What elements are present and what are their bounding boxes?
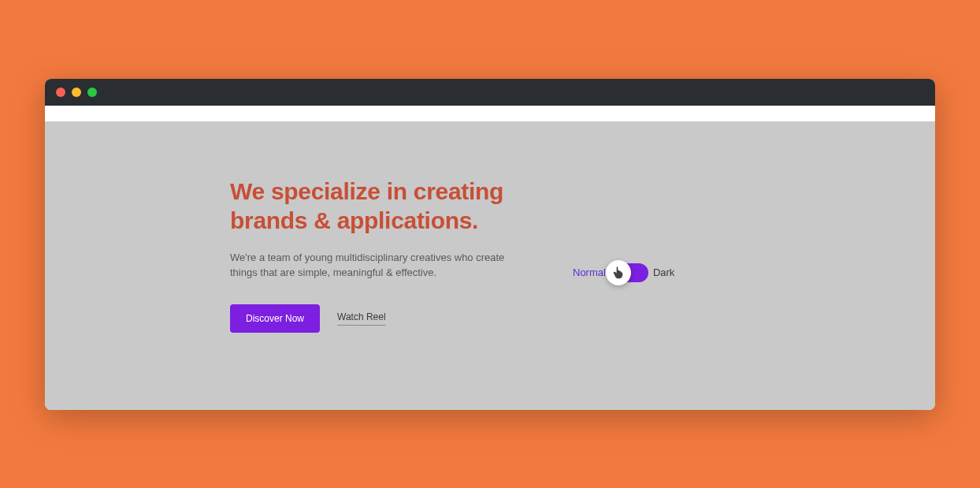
page-body: We specialize in creating brands & appli… <box>45 121 935 410</box>
hero-subtitle: We're a team of young multidisciplinary … <box>230 250 514 281</box>
cursor-pointer-icon <box>613 266 624 279</box>
browser-chrome-strip <box>45 106 935 121</box>
hero-title: We specialize in creating brands & appli… <box>230 177 561 236</box>
minimize-icon[interactable] <box>72 88 81 97</box>
theme-toggle-switch[interactable] <box>611 263 648 282</box>
hero-section: We specialize in creating brands & appli… <box>230 177 561 333</box>
browser-window: We specialize in creating brands & appli… <box>45 79 935 410</box>
cta-row: Discover Now Watch Reel <box>230 304 561 333</box>
toggle-label-dark: Dark <box>653 266 674 278</box>
theme-toggle-group: Normal Dark <box>573 263 674 282</box>
close-icon[interactable] <box>56 88 65 97</box>
window-titlebar <box>45 79 935 106</box>
toggle-knob[interactable] <box>606 260 631 285</box>
toggle-label-normal: Normal <box>573 266 606 278</box>
maximize-icon[interactable] <box>87 88 97 97</box>
discover-now-button[interactable]: Discover Now <box>230 304 320 333</box>
watch-reel-link[interactable]: Watch Reel <box>337 311 386 326</box>
